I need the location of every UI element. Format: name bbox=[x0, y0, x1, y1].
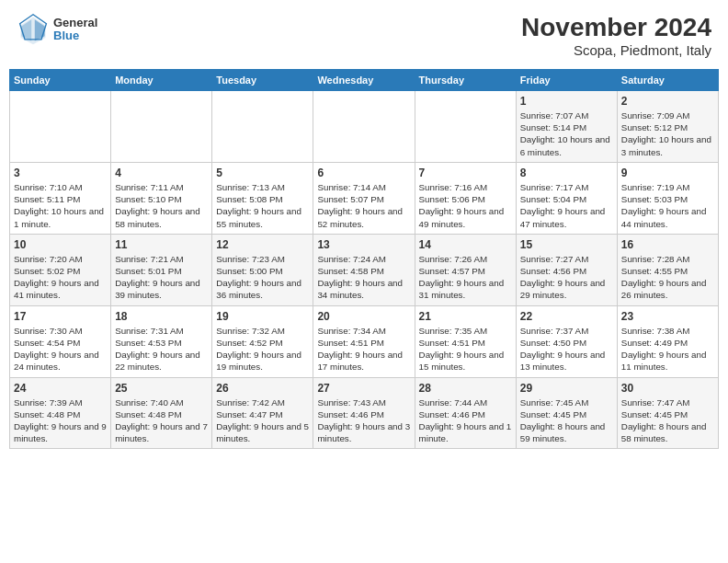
day-number: 9 bbox=[621, 167, 714, 179]
day-of-week-header: Thursday bbox=[415, 70, 516, 91]
calendar-cell: 9Sunrise: 7:19 AM Sunset: 5:03 PM Daylig… bbox=[617, 162, 718, 234]
day-number: 28 bbox=[419, 382, 512, 395]
day-info: Sunrise: 7:43 AM Sunset: 4:46 PM Dayligh… bbox=[317, 397, 410, 444]
day-number: 19 bbox=[216, 310, 309, 323]
day-number: 6 bbox=[317, 167, 410, 179]
day-number: 22 bbox=[520, 310, 613, 323]
logo-icon bbox=[17, 13, 50, 46]
calendar-table: SundayMondayTuesdayWednesdayThursdayFrid… bbox=[9, 69, 719, 449]
calendar-week-row: 1Sunrise: 7:07 AM Sunset: 5:14 PM Daylig… bbox=[10, 91, 719, 163]
day-number: 26 bbox=[216, 382, 309, 395]
day-of-week-header: Sunday bbox=[10, 70, 111, 91]
day-info: Sunrise: 7:23 AM Sunset: 5:00 PM Dayligh… bbox=[216, 254, 301, 301]
day-number: 7 bbox=[419, 167, 512, 179]
calendar-cell: 2Sunrise: 7:09 AM Sunset: 5:12 PM Daylig… bbox=[617, 91, 718, 163]
calendar-cell: 3Sunrise: 7:10 AM Sunset: 5:11 PM Daylig… bbox=[10, 162, 111, 234]
day-info: Sunrise: 7:45 AM Sunset: 4:45 PM Dayligh… bbox=[520, 397, 606, 444]
day-number: 2 bbox=[621, 95, 714, 108]
day-number: 15 bbox=[520, 238, 613, 251]
day-info: Sunrise: 7:19 AM Sunset: 5:03 PM Dayligh… bbox=[621, 182, 707, 229]
calendar-cell: 6Sunrise: 7:14 AM Sunset: 5:07 PM Daylig… bbox=[313, 162, 415, 234]
calendar-cell: 19Sunrise: 7:32 AM Sunset: 4:52 PM Dayli… bbox=[212, 305, 313, 377]
day-number: 3 bbox=[14, 167, 107, 179]
calendar-cell: 11Sunrise: 7:21 AM Sunset: 5:01 PM Dayli… bbox=[111, 234, 212, 305]
day-number: 10 bbox=[14, 238, 107, 251]
calendar-week-row: 17Sunrise: 7:30 AM Sunset: 4:54 PM Dayli… bbox=[10, 305, 719, 377]
day-info: Sunrise: 7:16 AM Sunset: 5:06 PM Dayligh… bbox=[419, 182, 505, 229]
calendar-cell: 4Sunrise: 7:11 AM Sunset: 5:10 PM Daylig… bbox=[111, 162, 212, 234]
day-of-week-header: Tuesday bbox=[212, 70, 313, 91]
logo-general: General bbox=[53, 17, 97, 29]
day-info: Sunrise: 7:07 AM Sunset: 5:14 PM Dayligh… bbox=[520, 110, 610, 157]
day-info: Sunrise: 7:09 AM Sunset: 5:12 PM Dayligh… bbox=[621, 110, 711, 157]
day-number: 24 bbox=[14, 382, 107, 395]
page-title: November 2024 bbox=[521, 13, 711, 42]
calendar-cell: 21Sunrise: 7:35 AM Sunset: 4:51 PM Dayli… bbox=[415, 305, 516, 377]
calendar-cell: 27Sunrise: 7:43 AM Sunset: 4:46 PM Dayli… bbox=[313, 377, 415, 449]
day-number: 25 bbox=[115, 382, 208, 395]
calendar-cell: 17Sunrise: 7:30 AM Sunset: 4:54 PM Dayli… bbox=[10, 305, 111, 377]
day-info: Sunrise: 7:20 AM Sunset: 5:02 PM Dayligh… bbox=[14, 254, 99, 301]
calendar-cell: 25Sunrise: 7:40 AM Sunset: 4:48 PM Dayli… bbox=[111, 377, 212, 449]
day-number: 20 bbox=[317, 310, 410, 323]
calendar-cell: 28Sunrise: 7:44 AM Sunset: 4:46 PM Dayli… bbox=[415, 377, 516, 449]
day-info: Sunrise: 7:30 AM Sunset: 4:54 PM Dayligh… bbox=[14, 326, 99, 373]
page-subtitle: Scopa, Piedmont, Italy bbox=[521, 42, 711, 58]
day-number: 4 bbox=[115, 167, 208, 179]
calendar-week-row: 3Sunrise: 7:10 AM Sunset: 5:11 PM Daylig… bbox=[10, 162, 719, 234]
calendar-cell: 30Sunrise: 7:47 AM Sunset: 4:45 PM Dayli… bbox=[617, 377, 718, 449]
day-number: 21 bbox=[419, 310, 512, 323]
day-number: 30 bbox=[621, 382, 714, 395]
day-info: Sunrise: 7:21 AM Sunset: 5:01 PM Dayligh… bbox=[115, 254, 200, 301]
calendar-cell: 22Sunrise: 7:37 AM Sunset: 4:50 PM Dayli… bbox=[516, 305, 617, 377]
day-info: Sunrise: 7:14 AM Sunset: 5:07 PM Dayligh… bbox=[317, 182, 403, 229]
day-info: Sunrise: 7:35 AM Sunset: 4:51 PM Dayligh… bbox=[419, 326, 505, 373]
day-number: 13 bbox=[317, 238, 410, 251]
calendar-cell bbox=[111, 91, 212, 163]
calendar-cell bbox=[10, 91, 111, 163]
calendar-cell bbox=[415, 91, 516, 163]
day-info: Sunrise: 7:40 AM Sunset: 4:48 PM Dayligh… bbox=[115, 397, 208, 444]
calendar-header-row: SundayMondayTuesdayWednesdayThursdayFrid… bbox=[10, 70, 719, 91]
day-number: 11 bbox=[115, 238, 208, 251]
day-number: 1 bbox=[520, 95, 613, 108]
day-info: Sunrise: 7:11 AM Sunset: 5:10 PM Dayligh… bbox=[115, 182, 200, 229]
day-info: Sunrise: 7:42 AM Sunset: 4:47 PM Dayligh… bbox=[216, 397, 309, 444]
calendar-cell: 23Sunrise: 7:38 AM Sunset: 4:49 PM Dayli… bbox=[617, 305, 718, 377]
day-info: Sunrise: 7:38 AM Sunset: 4:49 PM Dayligh… bbox=[621, 326, 707, 373]
calendar-week-row: 24Sunrise: 7:39 AM Sunset: 4:48 PM Dayli… bbox=[10, 377, 719, 449]
logo: General Blue bbox=[17, 13, 97, 46]
calendar-cell: 26Sunrise: 7:42 AM Sunset: 4:47 PM Dayli… bbox=[212, 377, 313, 449]
calendar-week-row: 10Sunrise: 7:20 AM Sunset: 5:02 PM Dayli… bbox=[10, 234, 719, 305]
page-header: General Blue November 2024 Scopa, Piedmo… bbox=[9, 9, 719, 62]
calendar-cell: 10Sunrise: 7:20 AM Sunset: 5:02 PM Dayli… bbox=[10, 234, 111, 305]
calendar-cell: 7Sunrise: 7:16 AM Sunset: 5:06 PM Daylig… bbox=[415, 162, 516, 234]
calendar-cell: 8Sunrise: 7:17 AM Sunset: 5:04 PM Daylig… bbox=[516, 162, 617, 234]
calendar-cell: 18Sunrise: 7:31 AM Sunset: 4:53 PM Dayli… bbox=[111, 305, 212, 377]
calendar-cell: 24Sunrise: 7:39 AM Sunset: 4:48 PM Dayli… bbox=[10, 377, 111, 449]
calendar-cell: 13Sunrise: 7:24 AM Sunset: 4:58 PM Dayli… bbox=[313, 234, 415, 305]
calendar-cell: 20Sunrise: 7:34 AM Sunset: 4:51 PM Dayli… bbox=[313, 305, 415, 377]
day-info: Sunrise: 7:17 AM Sunset: 5:04 PM Dayligh… bbox=[520, 182, 606, 229]
calendar-cell: 29Sunrise: 7:45 AM Sunset: 4:45 PM Dayli… bbox=[516, 377, 617, 449]
calendar-cell: 14Sunrise: 7:26 AM Sunset: 4:57 PM Dayli… bbox=[415, 234, 516, 305]
title-block: November 2024 Scopa, Piedmont, Italy bbox=[521, 13, 711, 58]
logo-blue: Blue bbox=[53, 29, 97, 42]
day-info: Sunrise: 7:47 AM Sunset: 4:45 PM Dayligh… bbox=[621, 397, 707, 444]
day-info: Sunrise: 7:10 AM Sunset: 5:11 PM Dayligh… bbox=[14, 182, 104, 229]
calendar-cell bbox=[313, 91, 415, 163]
day-info: Sunrise: 7:37 AM Sunset: 4:50 PM Dayligh… bbox=[520, 326, 606, 373]
day-info: Sunrise: 7:44 AM Sunset: 4:46 PM Dayligh… bbox=[419, 397, 512, 444]
day-of-week-header: Saturday bbox=[617, 70, 718, 91]
day-of-week-header: Monday bbox=[111, 70, 212, 91]
day-number: 17 bbox=[14, 310, 107, 323]
day-number: 8 bbox=[520, 167, 613, 179]
day-info: Sunrise: 7:24 AM Sunset: 4:58 PM Dayligh… bbox=[317, 254, 403, 301]
day-info: Sunrise: 7:32 AM Sunset: 4:52 PM Dayligh… bbox=[216, 326, 301, 373]
day-number: 5 bbox=[216, 167, 309, 179]
day-info: Sunrise: 7:39 AM Sunset: 4:48 PM Dayligh… bbox=[14, 397, 107, 444]
calendar-cell: 5Sunrise: 7:13 AM Sunset: 5:08 PM Daylig… bbox=[212, 162, 313, 234]
day-info: Sunrise: 7:13 AM Sunset: 5:08 PM Dayligh… bbox=[216, 182, 301, 229]
calendar-cell: 15Sunrise: 7:27 AM Sunset: 4:56 PM Dayli… bbox=[516, 234, 617, 305]
day-info: Sunrise: 7:26 AM Sunset: 4:57 PM Dayligh… bbox=[419, 254, 505, 301]
